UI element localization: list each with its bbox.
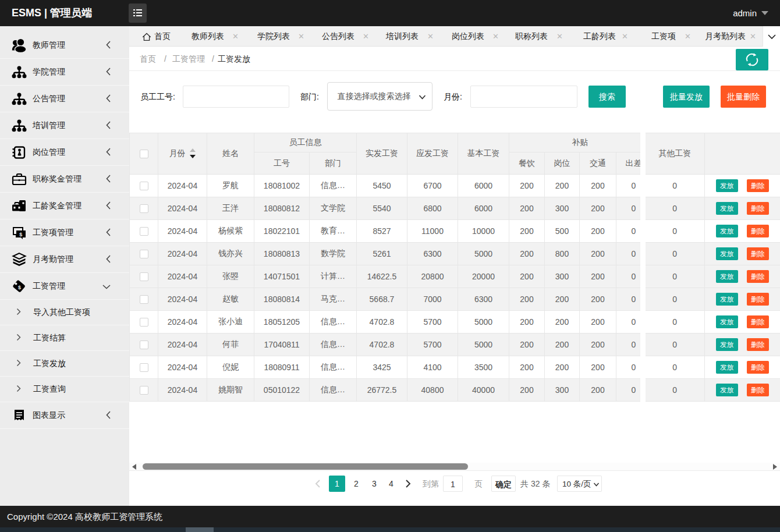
svg-text:$: $: [19, 232, 22, 237]
svg-text:$: $: [18, 285, 21, 290]
